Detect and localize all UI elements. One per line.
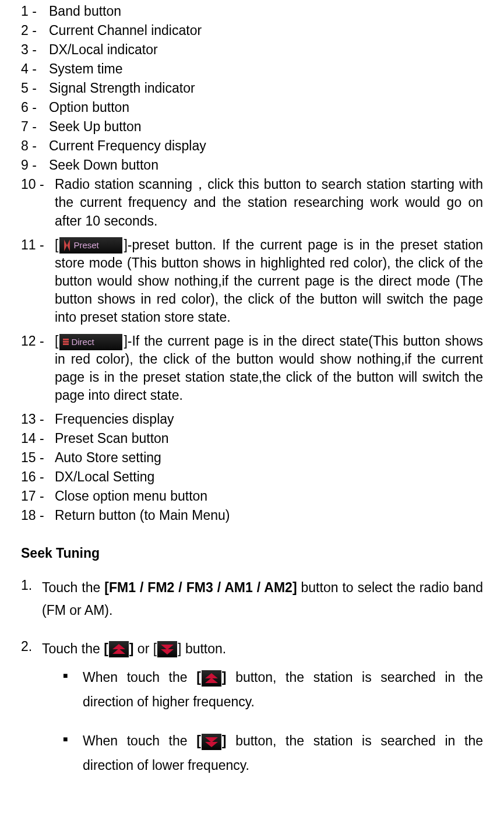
seek-tuning-steps: 1. Touch the [FM1 / FM2 / FM3 / AM1 / AM… [21, 576, 483, 791]
bracket-open: [ [196, 670, 201, 685]
item-text: Auto Store setting [55, 449, 483, 467]
step-num: 2. [21, 638, 42, 792]
item-num: 8 - [21, 137, 49, 155]
item-num: 5 - [21, 79, 49, 97]
sub-list: ■ When touch the [] button, the station … [63, 665, 483, 778]
item-text: Seek Up button [49, 118, 483, 136]
item-text: Current Frequency display [49, 137, 483, 155]
seek-up-icon [109, 641, 129, 657]
bracket-open: [ [55, 237, 58, 252]
seek-down-icon [202, 734, 221, 750]
preset-badge-label: Preset [73, 240, 98, 251]
bracket-open: [ [153, 641, 157, 656]
seek2-pre: Touch the [42, 641, 104, 656]
item-num: 1 - [21, 2, 49, 20]
item-text: Preset Scan button [55, 430, 483, 448]
bracket-open: [ [196, 733, 201, 748]
sub1-pre: When touch the [83, 670, 196, 685]
sub-text: When touch the [] button, the station is… [83, 728, 483, 778]
item-num: 16 - [21, 468, 55, 486]
item-num: 14 - [21, 430, 55, 448]
item-num: 2 - [21, 22, 49, 40]
item-num: 3 - [21, 41, 49, 59]
item-num: 17 - [21, 487, 55, 505]
sub2-pre: When touch the [83, 733, 196, 748]
sub-text: When touch the [] button, the station is… [83, 665, 483, 715]
item-num: 10 - [21, 175, 55, 230]
step-text: Touch the [FM1 / FM2 / FM3 / AM1 / AM2] … [42, 576, 483, 622]
item-text: Band button [49, 2, 483, 20]
item-num: 12 - [21, 332, 55, 404]
section-heading: Seek Tuning [21, 544, 483, 562]
item-text: Seek Down button [49, 156, 483, 174]
seek2-mid: or [133, 641, 153, 656]
bullet-icon: ■ [63, 665, 83, 715]
bracket-open: [ [104, 641, 108, 656]
item-text: Current Channel indicator [49, 22, 483, 40]
item-num: 13 - [21, 410, 55, 428]
numbered-list-top: 1 -Band button 2 -Current Channel indica… [21, 2, 483, 525]
item-text: Radio station scanning，click this button… [55, 175, 483, 230]
item-text: DX/Local Setting [55, 468, 483, 486]
band-buttons-label: [FM1 / FM2 / FM3 / AM1 / AM2] [104, 580, 297, 595]
item-text: [Direct]-If the current page is in the d… [55, 332, 483, 404]
bracket-open: [ [55, 333, 58, 349]
seek-up-icon [202, 670, 221, 687]
item-num: 7 - [21, 118, 49, 136]
item-text: DX/Local indicator [49, 41, 483, 59]
item-text: Option button [49, 98, 483, 117]
item-num: 11 - [21, 236, 55, 326]
bullet-icon: ■ [63, 728, 83, 778]
direct-badge: Direct [59, 334, 122, 350]
item-text: Return button (to Main Menu) [55, 506, 483, 525]
item-num: 18 - [21, 506, 55, 525]
chevron-up-icon [112, 644, 125, 654]
step-num: 1. [21, 576, 42, 622]
item-num: 15 - [21, 449, 55, 467]
item-num: 9 - [21, 156, 49, 174]
item-text: System time [49, 60, 483, 78]
item-text: Close option menu button [55, 487, 483, 505]
chevron-up-icon [205, 673, 218, 684]
item-text: [Preset]-preset button. If the current p… [55, 236, 483, 326]
chevron-down-icon [205, 737, 218, 747]
bracket-close: ] [222, 670, 227, 685]
direct-badge-label: Direct [71, 336, 94, 348]
item-num: 6 - [21, 98, 49, 117]
item-num: 4 - [21, 60, 49, 78]
bracket-close: ] [222, 733, 227, 748]
preset-badge: Preset [59, 237, 122, 254]
step-text: Touch the [] or [] button. ■ When touch … [42, 638, 483, 792]
seek2-post: button. [182, 641, 227, 656]
seek-down-icon [157, 641, 177, 657]
item-text: Signal Strength indicator [49, 79, 483, 97]
item-text: Frequencies display [55, 410, 483, 428]
chevron-down-icon [161, 644, 174, 654]
seek1-pre: Touch the [42, 580, 104, 595]
